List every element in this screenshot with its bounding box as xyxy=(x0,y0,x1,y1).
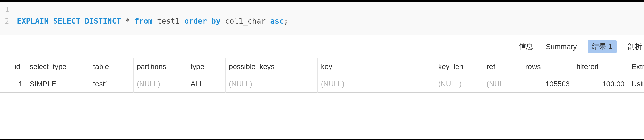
row-handle-header xyxy=(0,58,11,75)
cell-rows[interactable]: 105503 xyxy=(522,75,573,93)
sql-token: SELECT xyxy=(53,17,80,25)
col-type[interactable]: type xyxy=(187,58,225,75)
results-grid[interactable]: id select_type table partitions type pos… xyxy=(0,58,644,93)
null-value: (NULL) xyxy=(321,80,344,88)
col-id[interactable]: id xyxy=(11,58,26,75)
col-select-type[interactable]: select_type xyxy=(26,58,90,75)
sql-token: col1_char xyxy=(220,17,270,25)
col-key[interactable]: key xyxy=(318,58,435,75)
col-key-len[interactable]: key_len xyxy=(435,58,483,75)
col-ref[interactable]: ref xyxy=(483,58,522,75)
table-row[interactable]: 1 SIMPLE test1 (NULL) ALL (NULL) (NULL) … xyxy=(0,75,644,93)
code-line-1: 1 xyxy=(0,4,644,15)
results-tabs: 信息 Summary 结果 1 剖析 xyxy=(0,35,644,58)
null-value: (NULL) xyxy=(229,80,252,88)
cell-possible-keys[interactable]: (NULL) xyxy=(225,75,318,93)
cell-id[interactable]: 1 xyxy=(11,75,26,93)
null-value: (NUL xyxy=(487,80,504,88)
sql-token: DISTINCT xyxy=(85,17,121,25)
cell-table[interactable]: test1 xyxy=(90,75,133,93)
tab-summary[interactable]: Summary xyxy=(544,41,579,52)
col-rows[interactable]: rows xyxy=(522,58,573,75)
row-handle[interactable] xyxy=(0,75,11,93)
tab-results[interactable]: 结果 1 xyxy=(588,40,617,53)
sql-token xyxy=(130,17,135,25)
sql-token: * xyxy=(126,17,130,25)
tab-profile[interactable]: 剖析 xyxy=(626,40,644,53)
cell-type[interactable]: ALL xyxy=(187,75,225,93)
col-possible-keys[interactable]: possible_keys xyxy=(225,58,318,75)
sql-token xyxy=(121,17,126,25)
col-filtered[interactable]: filtered xyxy=(573,58,628,75)
cell-select-type[interactable]: SIMPLE xyxy=(26,75,90,93)
sql-token: ; xyxy=(284,17,288,25)
cell-extra[interactable]: Using xyxy=(628,75,644,93)
sql-token: asc xyxy=(270,17,284,25)
table-header-row: id select_type table partitions type pos… xyxy=(0,58,644,75)
cell-key[interactable]: (NULL) xyxy=(318,75,435,93)
sql-token: from xyxy=(134,17,153,25)
sql-token: EXPLAIN xyxy=(17,17,49,25)
cell-ref[interactable]: (NUL xyxy=(483,75,522,93)
col-table[interactable]: table xyxy=(90,58,133,75)
explain-table: id select_type table partitions type pos… xyxy=(0,58,644,93)
code-content[interactable]: EXPLAIN SELECT DISTINCT * from test1 ord… xyxy=(17,15,288,27)
cell-partitions[interactable]: (NULL) xyxy=(133,75,187,93)
code-line-2: 2 EXPLAIN SELECT DISTINCT * from test1 o… xyxy=(0,15,644,27)
window-bottom-border xyxy=(0,138,644,140)
cell-key-len[interactable]: (NULL) xyxy=(435,75,483,93)
sql-token: order by xyxy=(184,17,220,25)
null-value: (NULL) xyxy=(438,80,462,88)
sql-token xyxy=(49,17,53,25)
null-value: (NULL) xyxy=(137,80,160,88)
tab-info[interactable]: 信息 xyxy=(517,40,535,53)
sql-editor[interactable]: 1 2 EXPLAIN SELECT DISTINCT * from test1… xyxy=(0,3,644,35)
cell-filtered[interactable]: 100.00 xyxy=(573,75,628,93)
col-partitions[interactable]: partitions xyxy=(133,58,187,75)
col-extra[interactable]: Extra xyxy=(628,58,644,75)
window-top-border xyxy=(0,0,644,3)
sql-token xyxy=(80,17,85,25)
sql-token: test1 xyxy=(153,17,184,25)
line-number: 2 xyxy=(0,15,17,27)
line-number: 1 xyxy=(0,4,17,15)
